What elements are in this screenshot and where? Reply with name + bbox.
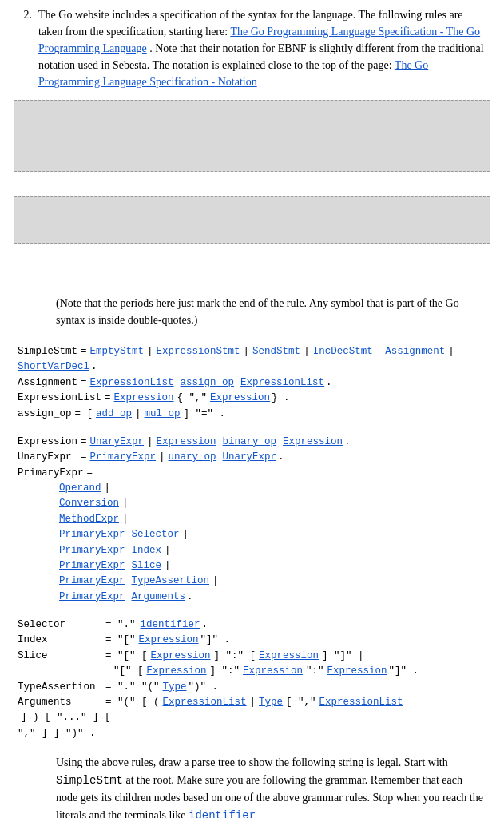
identifier-prose-link[interactable]: identifier	[189, 809, 256, 818]
pe-ta-line: PrimaryExpr TypeAssertion |	[18, 574, 486, 589]
assignop-label: assign_op	[18, 407, 72, 422]
arguments-def-line2: "," ] ] ")" .	[18, 726, 486, 741]
type-ta-link[interactable]: Type	[163, 680, 187, 695]
shortvar-link[interactable]: ShortVarDecl	[18, 359, 89, 375]
simplestmt-code: SimpleStmt	[56, 774, 123, 787]
expressionlist-line: ExpressionList = Expression { "," Expres…	[18, 391, 486, 406]
typeassertion-def-label: TypeAssertion	[18, 680, 105, 695]
arguments-link[interactable]: Arguments	[132, 590, 186, 605]
item-number: 2.	[14, 6, 32, 90]
index-def-line: Index = "[" Expression "]" .	[18, 633, 486, 648]
unary-op-link[interactable]: unary_op	[169, 450, 216, 465]
pe-methodexpr-line: MethodExpr |	[18, 512, 486, 527]
expr-slice1-link[interactable]: Expression	[151, 649, 211, 664]
conversion-link[interactable]: Conversion	[59, 496, 119, 511]
shortvar-line: ShortVarDecl .	[18, 359, 486, 375]
item-2-block: 2. The Go website includes a specificati…	[14, 6, 490, 90]
item-content: The Go website includes a specification …	[38, 6, 490, 90]
assignop-link[interactable]: assign_op	[181, 375, 235, 391]
grammar-block: SimpleStmt = EmptyStmt | ExpressionStmt …	[14, 344, 490, 741]
pe-operand-line: Operand |	[18, 481, 486, 496]
slice-def-line: Slice = "[" [ Expression ] ":" [ Express…	[18, 649, 486, 664]
expr-label: Expression	[18, 435, 77, 450]
mulop-link[interactable]: mul_op	[145, 407, 181, 422]
slice-link[interactable]: Slice	[132, 558, 162, 574]
selector-def-line: Selector = "." identifier .	[18, 617, 486, 633]
pe-args-link[interactable]: PrimaryExpr	[59, 590, 125, 605]
unaryexpr-label: UnaryExpr	[18, 450, 72, 465]
exprlist-args-link[interactable]: ExpressionList	[163, 695, 247, 710]
unaryexpr-link1[interactable]: UnaryExpr	[90, 435, 145, 450]
expr-link4[interactable]: Expression	[283, 435, 343, 450]
note-block: (Note that the periods here just mark th…	[14, 290, 490, 336]
operand-link[interactable]: Operand	[59, 481, 101, 496]
primaryexpr-label: PrimaryExpr	[18, 466, 84, 481]
pe-index-line: PrimaryExpr Index |	[18, 543, 486, 558]
expr-link3[interactable]: Expression	[157, 435, 216, 450]
assignment-label: Assignment	[18, 375, 77, 391]
pe-index-link1[interactable]: PrimaryExpr	[59, 543, 125, 558]
pe-selector-line: PrimaryExpr Selector |	[18, 527, 486, 542]
simplestmt-eq: =	[81, 344, 87, 359]
expression-index-link[interactable]: Expression	[139, 633, 199, 648]
assignment-link[interactable]: Assignment	[385, 344, 445, 359]
unaryexpr-line: UnaryExpr = PrimaryExpr | unary_op Unary…	[18, 450, 486, 465]
index-def-label: Index	[18, 633, 105, 648]
simplestmt-label: SimpleStmt	[18, 344, 77, 359]
slice-def-label: Slice	[18, 649, 105, 664]
emptystmt-link[interactable]: EmptyStmt	[90, 344, 145, 359]
primaryexpr-link1[interactable]: PrimaryExpr	[90, 450, 157, 465]
pe-slice-line: PrimaryExpr Slice |	[18, 558, 486, 574]
expression-line: Expression = UnaryExpr | Expression bina…	[18, 435, 486, 450]
exprlist-args2-link[interactable]: ExpressionList	[319, 695, 403, 710]
pe-conversion-line: Conversion |	[18, 496, 486, 511]
expressionstmt-link[interactable]: ExpressionStmt	[157, 344, 240, 359]
methodexpr-link[interactable]: MethodExpr	[59, 512, 119, 527]
exprlist1-link[interactable]: ExpressionList	[90, 375, 174, 391]
gray-box-2	[14, 196, 490, 244]
arguments-def-label: Arguments	[18, 695, 105, 710]
binaryop-link[interactable]: binary_op	[223, 435, 277, 450]
type-args-link[interactable]: Type	[259, 695, 283, 710]
expr-slice3-link[interactable]: Expression	[147, 664, 207, 679]
selector-def-label: Selector	[18, 617, 105, 633]
selector-link[interactable]: Selector	[132, 527, 180, 542]
assignment-line: Assignment = ExpressionList assign_op Ex…	[18, 375, 486, 391]
index-link[interactable]: Index	[132, 543, 162, 558]
prose-block: Using the above rules, draw a parse tree…	[14, 754, 490, 818]
arguments-def-line: Arguments = "(" [ ( ExpressionList | Typ…	[18, 695, 486, 726]
simplestmt-line: SimpleStmt = EmptyStmt | ExpressionStmt …	[18, 344, 486, 359]
expr-slice4-link[interactable]: Expression	[243, 664, 303, 679]
primaryexpr-line: PrimaryExpr =	[18, 466, 486, 481]
sendstmt-link[interactable]: SendStmt	[252, 344, 300, 359]
exprlist-label: ExpressionList	[18, 391, 101, 406]
pe-slice-link1[interactable]: PrimaryExpr	[59, 558, 125, 574]
incdecstmt-link[interactable]: IncDecStmt	[313, 344, 373, 359]
addop-link[interactable]: add_op	[96, 407, 132, 422]
typeassertion-def-line: TypeAssertion = "." "(" Type ")" .	[18, 680, 486, 695]
exprlist2-link[interactable]: ExpressionList	[240, 375, 324, 391]
pe-ta-link[interactable]: PrimaryExpr	[59, 574, 125, 589]
expression-link2[interactable]: Expression	[210, 391, 270, 406]
pe-selector-link[interactable]: PrimaryExpr	[59, 527, 125, 542]
expr-slice2-link[interactable]: Expression	[259, 649, 319, 664]
prose-text1: Using the above rules, draw a parse tree…	[56, 756, 448, 768]
slice-def-line2: "[" [ Expression ] ":" Expression ":" Ex…	[18, 664, 486, 679]
gray-box-1	[14, 100, 490, 172]
pe-args-line: PrimaryExpr Arguments .	[18, 590, 486, 605]
note-text: (Note that the periods here just mark th…	[56, 297, 459, 326]
typeassertion-link[interactable]: TypeAssertion	[132, 574, 210, 589]
expr-slice5-link[interactable]: Expression	[327, 664, 387, 679]
unaryexpr-link2[interactable]: UnaryExpr	[223, 450, 277, 465]
assignop-line2: assign_op = [ add_op | mul_op ] "=" .	[18, 407, 486, 422]
expression-link1[interactable]: Expression	[114, 391, 174, 406]
identifier-link1[interactable]: identifier	[141, 617, 200, 633]
